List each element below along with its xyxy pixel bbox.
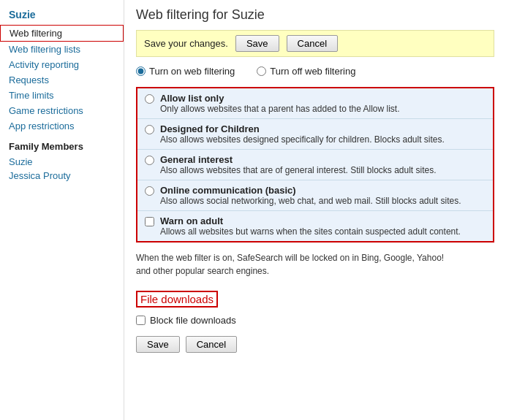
filter-option-online-comm: Online communication (basic) Also allows…: [137, 180, 493, 211]
cancel-button-bottom[interactable]: Cancel: [186, 336, 237, 353]
filter-option-allow-list: Allow list only Only allows websites tha…: [137, 88, 493, 119]
sidebar-member-suzie[interactable]: Suzie: [0, 155, 124, 169]
safesearch-note: When the web filter is on, SafeSearch wi…: [136, 251, 494, 278]
filter-radio-children[interactable]: [145, 125, 154, 134]
radio-on-label: Turn on web filtering: [149, 66, 235, 77]
filter-option-allow-list-content: Allow list only Only allows websites tha…: [160, 93, 486, 114]
filter-option-warn-adult-desc: Allows all websites but warns when the s…: [160, 226, 486, 237]
family-members-title: Family Members: [0, 134, 124, 155]
sidebar-user[interactable]: Suzie: [0, 6, 124, 25]
radio-off-option[interactable]: Turn off web filtering: [257, 66, 355, 77]
filter-option-general-content: General interest Also allows websites th…: [160, 154, 486, 175]
filter-option-online-comm-content: Online communication (basic) Also allows…: [160, 185, 486, 206]
filter-option-warn-adult-content: Warn on adult Allows all websites but wa…: [160, 215, 486, 237]
sidebar-item-web-filtering[interactable]: Web filtering: [0, 25, 124, 42]
filter-option-general: General interest Also allows websites th…: [137, 150, 493, 180]
main-content: Web filtering for Suzie Save your change…: [124, 0, 506, 420]
bottom-buttons: Save Cancel: [136, 336, 494, 353]
filter-option-allow-list-desc: Only allows websites that a parent has a…: [160, 104, 486, 114]
filter-radio-allow-list[interactable]: [145, 94, 154, 104]
page-title: Web filtering for Suzie: [136, 7, 494, 23]
filter-option-children-desc: Also allows websites designed specifical…: [160, 134, 486, 145]
block-downloads-row: Block file downloads: [136, 315, 494, 326]
filter-option-children: Designed for Children Also allows websit…: [137, 119, 493, 150]
filter-option-children-content: Designed for Children Also allows websit…: [160, 123, 486, 145]
filter-option-online-comm-desc: Also allows social networking, web chat,…: [160, 196, 486, 206]
save-button-bottom[interactable]: Save: [136, 336, 180, 353]
filter-option-general-desc: Also allows websites that are of general…: [160, 165, 486, 175]
filter-checkbox-warn-adult[interactable]: [145, 217, 154, 226]
save-button-top[interactable]: Save: [235, 35, 279, 52]
filter-option-general-title: General interest: [160, 154, 486, 165]
radio-off-label: Turn off web filtering: [270, 66, 355, 77]
sidebar-item-activity-reporting[interactable]: Activity reporting: [0, 57, 124, 72]
filter-option-warn-adult: Warn on adult Allows all websites but wa…: [137, 211, 493, 241]
sidebar-member-jessica[interactable]: Jessica Prouty: [0, 169, 124, 183]
block-downloads-checkbox[interactable]: [136, 316, 146, 325]
sidebar-item-app-restrictions[interactable]: App restrictions: [0, 118, 124, 134]
sidebar: Suzie Web filtering Web filtering lists …: [0, 0, 124, 420]
filter-option-allow-list-title: Allow list only: [160, 93, 486, 104]
sidebar-item-web-filtering-lists[interactable]: Web filtering lists: [0, 42, 124, 57]
cancel-button-top[interactable]: Cancel: [287, 35, 338, 52]
sidebar-item-game-restrictions[interactable]: Game restrictions: [0, 103, 124, 118]
filter-option-warn-adult-title: Warn on adult: [160, 215, 486, 226]
web-filter-toggle: Turn on web filtering Turn off web filte…: [136, 66, 494, 77]
filter-radio-general[interactable]: [145, 156, 154, 165]
radio-on-input[interactable]: [136, 66, 146, 76]
filter-option-children-title: Designed for Children: [160, 123, 486, 134]
block-downloads-label: Block file downloads: [150, 315, 236, 326]
sidebar-item-time-limits[interactable]: Time limits: [0, 88, 124, 103]
radio-off-input[interactable]: [257, 66, 266, 76]
file-downloads-title: File downloads: [136, 291, 218, 308]
save-bar: Save your changes. Save Cancel: [136, 30, 494, 57]
sidebar-item-requests[interactable]: Requests: [0, 72, 124, 88]
radio-on-option[interactable]: Turn on web filtering: [136, 66, 235, 77]
filter-option-online-comm-title: Online communication (basic): [160, 185, 486, 196]
save-bar-text: Save your changes.: [144, 38, 228, 49]
filter-radio-online-comm[interactable]: [145, 186, 154, 196]
filter-options-box: Allow list only Only allows websites tha…: [136, 87, 494, 243]
